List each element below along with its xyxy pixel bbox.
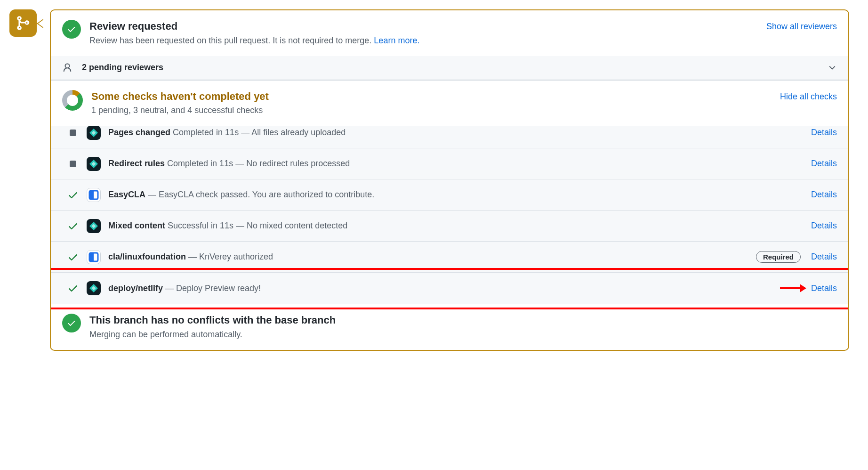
details-link[interactable]: Details: [811, 284, 837, 293]
success-check-icon: [67, 220, 79, 232]
check-name: Redirect rules: [108, 159, 165, 168]
check-text: EasyCLA — EasyCLA check passed. You are …: [108, 190, 804, 200]
merge-title: This branch has no conflicts with the ba…: [89, 314, 837, 327]
svg-rect-1: [89, 191, 94, 199]
check-row: cla/linuxfoundation — KnVerey authorized…: [51, 242, 848, 273]
neutral-status-icon: [70, 130, 76, 136]
check-name: EasyCLA: [108, 190, 145, 199]
check-desc: Completed in 11s — No redirect rules pro…: [165, 159, 350, 168]
details-link[interactable]: Details: [811, 221, 837, 231]
merge-conflict-section: This branch has no conflicts with the ba…: [51, 304, 848, 350]
check-row: Redirect rules Completed in 11s — No red…: [51, 148, 848, 179]
netlify-avatar-icon: [87, 126, 101, 140]
git-merge-icon: [15, 15, 31, 31]
check-desc: — Deploy Preview ready!: [163, 284, 261, 293]
merge-status-panel: Review requested Review has been request…: [50, 9, 849, 351]
check-desc: — KnVerey authorized: [186, 252, 273, 261]
success-check-icon: [67, 189, 79, 201]
success-check-icon: [67, 283, 79, 294]
netlify-avatar-icon: [87, 219, 101, 233]
person-icon: [62, 63, 72, 73]
check-text: cla/linuxfoundation — KnVerey authorized: [108, 252, 748, 262]
details-link[interactable]: Details: [811, 128, 837, 138]
check-row: deploy/netlify — Deploy Preview ready!De…: [51, 273, 848, 304]
review-status-circle: [62, 20, 81, 39]
details-link[interactable]: Details: [811, 190, 837, 200]
show-all-reviewers-link[interactable]: Show all reviewers: [766, 20, 837, 32]
review-subtitle: Review has been requested on this pull r…: [89, 36, 758, 46]
details-link[interactable]: Details: [811, 159, 837, 169]
check-row: Pages changed Completed in 11s — All fil…: [51, 126, 848, 148]
merge-subtitle: Merging can be performed automatically.: [89, 330, 837, 340]
neutral-status-icon: [70, 161, 76, 167]
check-text: Pages changed Completed in 11s — All fil…: [108, 128, 804, 138]
chevron-down-icon: [828, 63, 837, 73]
pending-reviewers-toggle[interactable]: 2 pending reviewers: [51, 56, 848, 80]
check-name: Mixed content: [108, 221, 165, 230]
checks-summary: 1 pending, 3 neutral, and 4 successful c…: [91, 105, 772, 115]
learn-more-link[interactable]: Learn more.: [374, 36, 419, 45]
details-link[interactable]: Details: [811, 252, 837, 262]
hide-all-checks-link[interactable]: Hide all checks: [780, 90, 837, 102]
required-badge: Required: [756, 251, 801, 263]
check-desc: Successful in 11s — No mixed content det…: [165, 221, 347, 230]
checks-list[interactable]: Pages changed Completed in 11s — All fil…: [51, 126, 848, 304]
check-icon: [67, 318, 76, 328]
check-row: Mixed content Successful in 11s — No mix…: [51, 211, 848, 242]
check-name: Pages changed: [108, 128, 170, 137]
easycla-avatar-icon: [87, 188, 101, 202]
check-text: Mixed content Successful in 11s — No mix…: [108, 221, 804, 231]
svg-rect-3: [89, 253, 94, 261]
review-title: Review requested: [89, 20, 758, 33]
timeline-merge-badge: [9, 9, 37, 37]
check-text: deploy/netlify — Deploy Preview ready!: [108, 284, 804, 293]
check-name: deploy/netlify: [108, 284, 163, 293]
check-desc: Completed in 11s — All files already upl…: [170, 128, 346, 137]
pending-reviewers-label: 2 pending reviewers: [82, 63, 818, 73]
success-check-icon: [67, 251, 79, 263]
merge-status-circle: [62, 314, 81, 332]
check-name: cla/linuxfoundation: [108, 252, 186, 261]
checks-section: Some checks haven't completed yet 1 pend…: [51, 81, 848, 305]
check-icon: [67, 24, 76, 34]
checks-title: Some checks haven't completed yet: [91, 90, 772, 103]
review-section: Review requested Review has been request…: [51, 10, 848, 81]
check-row: EasyCLA — EasyCLA check passed. You are …: [51, 179, 848, 211]
easycla-avatar-icon: [87, 250, 101, 264]
check-desc: — EasyCLA check passed. You are authoriz…: [145, 190, 374, 199]
checks-donut-icon: [62, 90, 83, 111]
check-text: Redirect rules Completed in 11s — No red…: [108, 159, 804, 169]
netlify-avatar-icon: [87, 281, 101, 295]
netlify-avatar-icon: [87, 157, 101, 171]
